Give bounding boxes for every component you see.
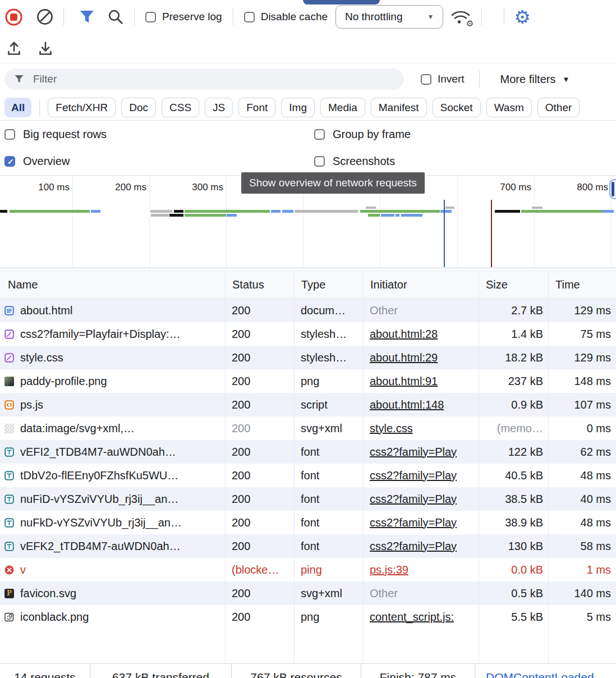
import-har-button[interactable] [6, 40, 22, 57]
initiator-link[interactable]: content_script.js: [370, 611, 454, 623]
size-cell: 130 kB [479, 540, 548, 553]
table-row[interactable]: css2?family=Playfair+Display:…200stylesh… [0, 322, 616, 346]
filter-chip-label: Manifest [379, 102, 419, 114]
column-header-label: Size [486, 278, 508, 291]
size-cell: 0.0 kB [479, 564, 548, 576]
column-separator [225, 299, 226, 663]
initiator-link[interactable]: about.html:29 [370, 351, 438, 364]
table-row[interactable]: vEFK2_tTDB4M7-auWDN0ah…200fontcss2?famil… [0, 534, 616, 558]
filter-chip-js[interactable]: JS [205, 98, 233, 117]
type-cell: png [294, 611, 363, 624]
big-request-rows-checkbox[interactable] [4, 129, 15, 140]
table-row[interactable]: about.html200docum…Other2.7 kB129 ms [0, 299, 616, 322]
filter-chip-img[interactable]: Img [281, 98, 315, 117]
table-row[interactable]: nuFiD-vYSZviVYUb_rj3ij__an…200fontcss2?f… [0, 487, 616, 511]
time-cell: 148 ms [548, 375, 616, 388]
settings-gear-icon: ⚙ [514, 8, 531, 26]
initiator-link[interactable]: about.html:28 [370, 328, 438, 340]
column-header-time[interactable]: Time [548, 271, 616, 298]
waterfall-bar-blue [396, 214, 399, 217]
table-row[interactable]: v(blocke…pingps.js:390.0 kB1 ms [0, 558, 616, 581]
filter-chip-label: Doc [129, 102, 148, 114]
filter-chip-manifest[interactable]: Manifest [371, 98, 427, 117]
waterfall-bar-gray [150, 210, 172, 213]
favicon-icon: P [4, 589, 14, 598]
group-by-frame-checkbox[interactable] [314, 129, 325, 140]
name-cell: nuFkD-vYSZviVYUb_rj3ij__an… [0, 516, 225, 529]
table-row[interactable]: paddy-profile.png200pngabout.html:91237 … [0, 369, 616, 393]
table-row[interactable]: style.css200stylesh…about.html:2918.2 kB… [0, 346, 616, 369]
initiator-link[interactable]: about.html:148 [370, 398, 444, 411]
initiator-link[interactable]: ps.js:39 [370, 564, 408, 576]
clear-button[interactable] [36, 8, 54, 26]
table-row[interactable]: Pfavicon.svg200svg+xmlOther0.5 kB140 ms [0, 581, 616, 605]
time-cell: 140 ms [548, 587, 616, 600]
funnel-icon [13, 74, 25, 85]
status-cell: 200 [225, 493, 294, 506]
group-by-frame-option: Group by frame [314, 128, 411, 141]
initiator-link[interactable]: css2?family=Play [370, 516, 457, 529]
filter-chip-all[interactable]: All [4, 98, 31, 117]
table-row[interactable]: tDbV2o-flEEny0FZhsfKu5WU…200fontcss2?fam… [0, 464, 616, 487]
name-cell: about.html [0, 304, 225, 317]
search-button[interactable] [107, 8, 124, 25]
overview-checkbox[interactable] [4, 156, 15, 167]
name-cell: ps.js [0, 398, 225, 411]
column-header-size[interactable]: Size [479, 271, 548, 298]
filter-input[interactable]: Filter [4, 68, 404, 90]
table-row[interactable]: data:image/svg+xml,…200svg+xmlstyle.css(… [0, 416, 616, 440]
filter-chip-other[interactable]: Other [537, 98, 580, 117]
column-header-status[interactable]: Status [225, 271, 294, 298]
request-name: tDbV2o-flEEny0FZhsfKu5WU… [20, 469, 178, 482]
name-cell: style.css [0, 351, 225, 364]
summary-637-kb-transferred: 637 kB transferred [90, 664, 232, 678]
column-header-initiator[interactable]: Initiator [363, 271, 479, 298]
initiator-link[interactable]: css2?family=Play [370, 493, 457, 505]
filter-chip-media[interactable]: Media [320, 98, 365, 117]
throttling-select[interactable]: No throttling ▼ [335, 5, 443, 29]
column-header-type[interactable]: Type [294, 271, 363, 298]
initiator-link[interactable]: about.html:91 [370, 375, 438, 387]
initiator-link[interactable]: style.css [370, 422, 413, 434]
time-cell: 48 ms [548, 516, 616, 529]
network-overview-timeline[interactable]: 100 ms200 ms300 ms700 ms800 msShow overv… [0, 175, 616, 268]
summary-bar: 14 requests637 kB transferred767 kB reso… [0, 663, 616, 678]
invert-checkbox[interactable] [421, 74, 431, 85]
column-header-label: Initiator [370, 278, 407, 291]
type-cell: svg+xml [294, 422, 363, 435]
har-toolbar [0, 34, 616, 63]
initiator-cell: about.html:28 [363, 328, 479, 341]
request-name: ps.js [20, 398, 43, 411]
time-cell: 0 ms [548, 422, 616, 435]
name-cell: iconblack.png [0, 611, 225, 624]
waterfall-bar-green [360, 210, 440, 213]
network-conditions-button[interactable]: ⚙ [450, 8, 471, 25]
filter-toggle-button[interactable] [79, 9, 95, 25]
filter-chip-wasm[interactable]: Wasm [486, 98, 532, 117]
initiator-link[interactable]: css2?family=Play [370, 469, 457, 482]
more-filters-button[interactable]: More filters ▼ [500, 73, 570, 86]
table-row[interactable]: iconblack.png200pngcontent_script.js:5.5… [0, 605, 616, 629]
filter-chip-fetch-xhr[interactable]: Fetch/XHR [48, 98, 116, 117]
preserve-log-label: Preserve log [162, 11, 222, 23]
column-header-name[interactable]: Name [0, 271, 225, 298]
table-row[interactable]: vEFI2_tTDB4M7-auWDN0ah…200fontcss2?famil… [0, 440, 616, 464]
size-cell: 122 kB [479, 446, 548, 459]
initiator-link[interactable]: css2?family=Play [370, 540, 457, 552]
filter-chip-doc[interactable]: Doc [121, 98, 156, 117]
filter-chip-label: Img [289, 102, 307, 114]
waterfall-bar-blue [381, 214, 394, 217]
chip-list: Fetch/XHRDocCSSJSFontImgMediaManifestSoc… [48, 98, 580, 117]
disable-cache-checkbox[interactable] [244, 12, 255, 22]
settings-button[interactable]: ⚙ [514, 8, 531, 26]
table-row[interactable]: ps.js200scriptabout.html:1480.9 kB107 ms [0, 393, 616, 416]
initiator-link[interactable]: css2?family=Play [370, 446, 457, 458]
record-button[interactable] [4, 8, 23, 26]
preserve-log-checkbox[interactable] [145, 12, 156, 22]
filter-chip-css[interactable]: CSS [162, 98, 199, 117]
screenshots-checkbox[interactable] [314, 156, 325, 167]
table-row[interactable]: nuFkD-vYSZviVYUb_rj3ij__an…200fontcss2?f… [0, 511, 616, 534]
filter-chip-font[interactable]: Font [238, 98, 275, 117]
export-har-button[interactable] [37, 40, 54, 57]
filter-chip-socket[interactable]: Socket [433, 98, 481, 117]
